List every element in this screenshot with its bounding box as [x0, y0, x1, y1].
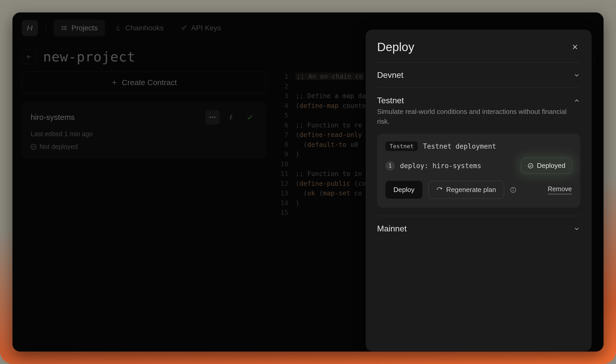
code-text: ;; Define a map da: [296, 91, 366, 101]
code-text: [296, 81, 299, 91]
key-icon: [181, 25, 188, 31]
svg-point-8: [212, 116, 213, 118]
network-badge: Testnet: [385, 141, 418, 151]
line-number: 15: [276, 208, 288, 218]
deployment-card: Testnet Testnet deployment 1 deploy: hir…: [377, 134, 580, 208]
chevron-down-icon: [573, 72, 580, 79]
logo[interactable]: /·/: [22, 20, 38, 36]
svg-point-13: [513, 188, 513, 189]
remove-link[interactable]: Remove: [548, 185, 572, 194]
svg-point-7: [209, 116, 211, 118]
panel-title: Deploy: [377, 40, 414, 54]
code-text: ;; Function to re: [296, 120, 362, 130]
svg-point-9: [214, 116, 216, 118]
section-label: Mainnet: [377, 224, 407, 233]
back-button[interactable]: [22, 50, 36, 64]
line-number: 13: [276, 188, 288, 198]
list-icon: [61, 25, 68, 31]
deploy-label: Deploy: [393, 186, 414, 194]
section-label: Testnet: [377, 96, 404, 105]
code-text: [296, 111, 299, 120]
line-number: 8: [276, 140, 288, 150]
deployed-label: Deployed: [537, 162, 565, 170]
svg-point-5: [62, 29, 63, 30]
line-number: 9: [276, 149, 288, 159]
regen-label: Regenerate plan: [446, 186, 496, 194]
nav-tab-apikeys[interactable]: API Keys: [173, 20, 228, 36]
nav-label: Projects: [71, 24, 98, 32]
line-number: 11: [276, 169, 288, 179]
svg-point-4: [62, 28, 63, 28]
status-text: Not deployed: [39, 143, 78, 150]
contract-card[interactable]: hiro-systems Last edited 1 min ago: [22, 102, 266, 159]
contract-name: hiro-systems: [31, 113, 201, 122]
code-text: (ok (map-set co: [296, 188, 362, 198]
line-number: 3: [276, 91, 288, 101]
section-label: Devnet: [377, 70, 403, 80]
nav-label: Chainhooks: [125, 24, 164, 32]
code-text: [296, 159, 299, 169]
code-text: ): [296, 198, 299, 208]
code-text: [296, 208, 299, 218]
line-number: 6: [276, 120, 288, 130]
deployed-badge: Deployed: [521, 158, 572, 174]
app-window: /·/ Projects Chainhooks: [12, 12, 604, 352]
deployment-title: Testnet deployment: [423, 142, 496, 150]
line-number: 4: [276, 101, 288, 111]
svg-point-6: [182, 28, 184, 30]
line-number: 7: [276, 130, 288, 140]
section-devnet[interactable]: Devnet: [377, 63, 580, 88]
line-number: 10: [276, 159, 288, 169]
testnet-description: Simulate real-world conditions and inter…: [377, 107, 580, 134]
line-number: 14: [276, 198, 288, 208]
divider: [46, 23, 46, 33]
code-text: (define-public (co: [296, 179, 366, 189]
line-number: 12: [276, 179, 288, 189]
code-text: ): [296, 149, 299, 159]
code-text: (default-to u0: [296, 140, 358, 150]
code-text: (define-map counte: [296, 101, 366, 111]
deploy-status: Not deployed: [31, 143, 257, 150]
code-text: ;; Function to in: [296, 169, 362, 179]
deploy-button[interactable]: Deploy: [385, 181, 423, 199]
code-text: (define-read-only: [296, 130, 362, 140]
step-text: deploy: hiro-systems: [400, 162, 516, 170]
project-title: new-project: [43, 49, 135, 65]
check-circle-icon: [527, 163, 534, 169]
create-label: Create Contract: [122, 78, 177, 87]
line-number: 1: [276, 72, 288, 81]
chevron-down-icon: [573, 225, 580, 232]
regenerate-plan-button[interactable]: Regenerate plan: [428, 181, 504, 199]
check-icon: [243, 110, 257, 125]
last-edited: Last edited 1 min ago: [31, 130, 257, 138]
step-number: 1: [385, 161, 395, 170]
line-number: 5: [276, 111, 288, 120]
code-text: ;; An on-chain co: [296, 72, 364, 81]
function-icon[interactable]: [224, 110, 238, 125]
line-number: 2: [276, 81, 288, 91]
section-testnet[interactable]: Testnet: [377, 88, 580, 108]
info-icon[interactable]: [510, 187, 517, 193]
deploy-panel: Deploy Devnet Testnet Simulate real-worl: [366, 30, 592, 351]
refresh-icon: [436, 187, 443, 193]
nav-tab-chainhooks[interactable]: Chainhooks: [108, 20, 171, 36]
hook-icon: [115, 25, 122, 31]
not-deployed-icon: [31, 144, 36, 150]
nav-label: API Keys: [191, 24, 221, 32]
create-contract-button[interactable]: Create Contract: [22, 72, 266, 93]
close-button[interactable]: [570, 42, 580, 52]
section-mainnet[interactable]: Mainnet: [377, 216, 580, 241]
svg-point-3: [62, 26, 63, 27]
plus-icon: [111, 79, 118, 86]
nav-tab-projects[interactable]: Projects: [54, 20, 105, 36]
chevron-up-icon: [573, 97, 580, 104]
more-menu-button[interactable]: [205, 110, 220, 125]
